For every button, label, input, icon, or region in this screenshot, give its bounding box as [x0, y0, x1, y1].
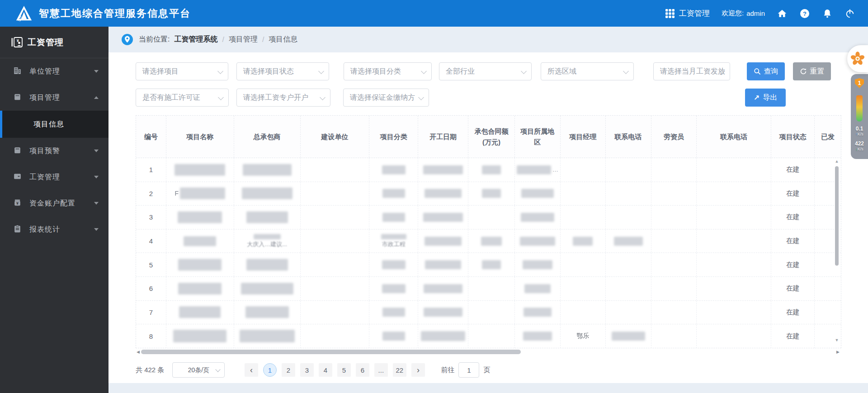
projects-table: 编号项目名称总承包商建设单位项目分类开工日期承包合同额(万元)项目所属地区项目经… [136, 115, 841, 348]
home-icon[interactable] [777, 8, 788, 19]
cell [166, 253, 234, 276]
cell [234, 206, 301, 229]
filter-select-row1-5[interactable]: 所选区域 [541, 62, 634, 80]
redacted-block [382, 189, 405, 198]
filter-select-row2-2[interactable]: 请选择工资专户开户 [236, 89, 330, 107]
export-button[interactable]: ↗ 导出 [745, 89, 786, 107]
row-number: 6 [136, 277, 166, 300]
redacted-block [423, 213, 463, 222]
filter-select-row2-3[interactable]: 请选择保证金缴纳方 [343, 89, 429, 107]
cell [418, 301, 468, 324]
vertical-scrollbar[interactable]: ▲ ▼ [834, 159, 840, 346]
sidebar-item-2[interactable]: 项目管理 [0, 84, 108, 111]
vertical-scroll-thumb[interactable] [835, 166, 839, 266]
cell [606, 158, 651, 182]
page-size-select[interactable]: 20条/页 [172, 362, 225, 378]
page-button-2[interactable]: 2 [282, 363, 295, 377]
page-button-22[interactable]: 22 [393, 363, 406, 377]
page-ellipsis[interactable]: ... [374, 363, 388, 377]
chevron-down-icon [216, 367, 221, 372]
app-title: 智慧工地综合管理服务信息平台 [39, 7, 191, 20]
breadcrumb-item-2[interactable]: 项目信息 [269, 35, 297, 44]
logo-icon [15, 5, 33, 22]
filter-select-row1-1[interactable]: 请选择项目 [136, 62, 228, 80]
bell-icon[interactable] [822, 8, 833, 19]
table-body: 1…在建2F在建3在建4大庆入…建议...市政工程在建5在建6在建7在建8鄂乐在… [136, 158, 841, 348]
redacted-block [423, 165, 463, 174]
filter-select-row1-4[interactable]: 全部行业 [439, 62, 532, 80]
download-speed: 422 ↓K/s [855, 141, 864, 151]
cell [606, 324, 651, 348]
redacted-block [424, 308, 462, 317]
blurred-text-fragment: 大庆入…建议... [247, 240, 287, 248]
help-icon[interactable]: ? [799, 8, 810, 19]
status-value: 在建 [771, 253, 815, 276]
report-icon [13, 224, 22, 235]
select-placeholder: 请选择项目 [142, 67, 179, 75]
pagination: 共 422 条 20条/页 ‹ 123456...22 › 前往 页 [136, 362, 490, 378]
next-page-button[interactable]: › [411, 363, 425, 377]
scroll-right-icon[interactable]: ▶ [836, 350, 840, 355]
status-value: 在建 [771, 229, 815, 253]
cell [166, 158, 234, 182]
chevron-icon [94, 150, 99, 152]
table-header-row: 编号项目名称总承包商建设单位项目分类开工日期承包合同额(万元)项目所属地区项目经… [136, 116, 841, 158]
fund-jar-icon: ¥ [13, 198, 22, 209]
cell [651, 324, 697, 348]
module-switcher[interactable]: 工资管理 [665, 8, 710, 19]
filter-select-row1-6[interactable]: 请选择当月工资发放 [653, 62, 730, 80]
export-arrow-icon: ↗ [754, 94, 760, 102]
cell [606, 301, 651, 324]
reset-button[interactable]: 重置 [793, 62, 831, 80]
page-button-6[interactable]: 6 [356, 363, 369, 377]
table-row: 1…在建 [136, 158, 841, 182]
speed-monitor-panel[interactable]: 1 0.1 ↑K/s 422 ↓K/s [851, 74, 868, 159]
page-button-1[interactable]: 1 [263, 363, 277, 377]
cell [468, 206, 515, 229]
breadcrumb-item-1[interactable]: 项目管理 [229, 35, 258, 44]
table-row: 3在建 [136, 206, 841, 229]
search-button[interactable]: 查询 [747, 62, 785, 80]
redacted-block [482, 260, 501, 269]
goto-page-input[interactable] [458, 362, 479, 378]
horizontal-scrollbar[interactable]: ◀ ▶ [136, 349, 841, 355]
filter-select-row1-2[interactable]: 请选择项目状态 [236, 62, 329, 80]
cell [697, 206, 771, 229]
cell [651, 277, 697, 300]
power-icon[interactable] [844, 8, 855, 19]
scroll-left-icon[interactable]: ◀ [137, 350, 140, 355]
sidebar-item-4[interactable]: 工资管理 [0, 164, 108, 190]
redacted-block [523, 260, 552, 269]
cell [606, 206, 651, 229]
cell [468, 277, 515, 300]
page-button-4[interactable]: 4 [319, 363, 332, 377]
cell [301, 277, 370, 300]
cell [468, 158, 515, 182]
svg-text:?: ? [803, 10, 807, 17]
prev-page-button[interactable]: ‹ [245, 363, 258, 377]
sidebar-item-3[interactable]: 项目预警 [0, 138, 108, 164]
sidebar-item-6[interactable]: 报表统计 [0, 216, 108, 243]
cell [418, 253, 468, 276]
redacted-block [521, 213, 554, 222]
sidebar-item-5[interactable]: ¥资金账户配置 [0, 190, 108, 216]
breadcrumb-root[interactable]: 工资管理系统 [174, 35, 217, 44]
sidebar-subitem-项目信息[interactable]: 项目信息 [0, 111, 108, 138]
redacted-block [178, 259, 222, 271]
horizontal-scroll-thumb[interactable] [141, 350, 521, 354]
page-button-5[interactable]: 5 [337, 363, 351, 377]
chevron-icon [94, 176, 99, 178]
cell [301, 301, 370, 324]
redacted-text-fragment: F [175, 190, 179, 197]
cell [468, 253, 515, 276]
cell [166, 301, 234, 324]
cell [301, 182, 370, 206]
sidebar-item-1[interactable]: 单位管理 [0, 58, 108, 84]
breadcrumb-prefix: 当前位置: [139, 35, 170, 44]
scroll-up-icon[interactable]: ▲ [834, 159, 840, 164]
scroll-down-icon[interactable]: ▼ [834, 338, 840, 342]
cell [561, 253, 606, 276]
filter-select-row2-1[interactable]: 是否有施工许可证 [136, 89, 229, 107]
filter-select-row1-3[interactable]: 请选择项目分类 [344, 62, 432, 80]
page-button-3[interactable]: 3 [300, 363, 314, 377]
